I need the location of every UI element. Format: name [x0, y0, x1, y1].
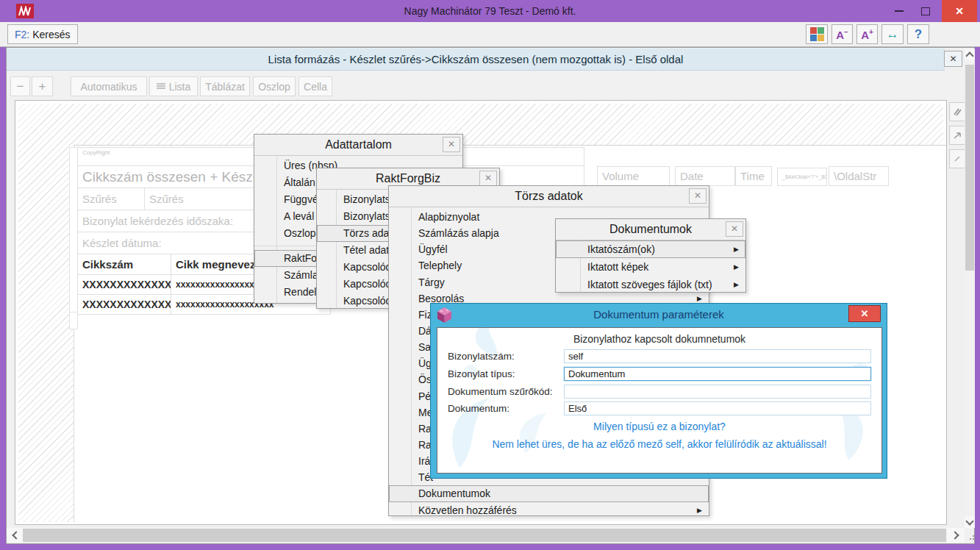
dokumentum-szurokod-input[interactable]	[564, 385, 871, 399]
plus-icon: +	[39, 79, 46, 94]
menu-adattartalom-close-icon[interactable]: ✕	[443, 137, 460, 152]
diagonal-arrow-icon	[952, 130, 962, 140]
search-hotkey: F2:	[15, 29, 29, 40]
submenu-arrow-icon: ▶	[697, 502, 702, 518]
page-row2-code[interactable]: XXXXXXXXXXXXXX	[77, 294, 171, 315]
diagonal-line-button[interactable]	[949, 149, 965, 168]
zoom-in-button[interactable]: +	[32, 76, 53, 96]
automatic-button[interactable]: Automatikus	[71, 76, 147, 96]
menu-raktforgbiz-close-icon[interactable]: ✕	[479, 171, 497, 186]
editor-title: Lista formázás - Készlet szűrés->Cikkszá…	[7, 49, 945, 71]
menu-torzs-close-icon[interactable]: ✕	[689, 188, 707, 204]
font-smaller-button[interactable]: A−	[831, 24, 853, 44]
chevron-left-icon	[12, 531, 20, 539]
chevron-up-icon	[965, 51, 973, 60]
font-larger-icon: A+	[861, 28, 873, 41]
bizonylat-tipus-input[interactable]	[564, 367, 871, 381]
page-expr-cell[interactable]: _$AktOldal+"/"+_$ÖsszOldal	[777, 168, 827, 186]
editor-close-icon: ✕	[949, 54, 956, 64]
help-icon: ?	[915, 27, 922, 42]
scroll-right-arrow[interactable]	[947, 528, 965, 543]
editor-close-button[interactable]: ✕	[944, 51, 962, 67]
dialog-note: Nem lehet üres, de ha az előző mező self…	[437, 438, 881, 450]
minimize-icon	[895, 10, 904, 12]
menu-item-selected[interactable]: Iktatószám(ok)▶	[556, 240, 745, 258]
search-button[interactable]: F2: Keresés	[7, 24, 78, 44]
page-time-cell[interactable]: Time	[735, 166, 772, 186]
menu-item[interactable]: Közvetlen hozzáférés▶	[389, 502, 709, 518]
horizontal-scroll-thumb[interactable]	[23, 529, 946, 542]
vertical-scroll-thumb[interactable]	[965, 65, 974, 271]
page-row1-code[interactable]: XXXXXXXXXXXXXX	[77, 274, 171, 295]
page-date-cell[interactable]: Date	[675, 166, 735, 186]
column-button[interactable]: Oszlop	[253, 76, 296, 96]
dialog-close-button[interactable]: ✕	[848, 305, 881, 322]
page-volume-cell[interactable]: Volume	[597, 166, 670, 186]
document-type-link[interactable]: Milyen típusú ez a bizonylat?	[437, 421, 881, 432]
help-button[interactable]: ?	[907, 24, 929, 44]
scroll-up-arrow[interactable]	[965, 49, 975, 60]
menu-item-selected[interactable]: Dokumentumok	[389, 485, 709, 501]
window-border-bottom	[0, 544, 980, 550]
menu-adattartalom-title: Adattartalom ✕	[254, 135, 462, 156]
app-title: Nagy Machinátor 79 Teszt - Demó kft.	[0, 0, 980, 22]
menu-dokumentumok: Dokumentumok ✕ Iktatószám(ok)▶ Iktatott …	[555, 218, 746, 293]
dokumentum-input[interactable]	[564, 401, 871, 415]
dialog-title: Dokumentum paraméterek	[431, 304, 887, 326]
resize-button[interactable]: ↔	[881, 24, 904, 44]
dialog-panel: Bizonylathoz kapcsolt dokumnetumok Bizon…	[437, 327, 882, 474]
dialog-close-icon: ✕	[861, 308, 869, 319]
minimize-button[interactable]	[886, 0, 912, 22]
close-button[interactable]: ✕	[942, 0, 977, 22]
search-label: Keresés	[32, 29, 70, 40]
diagonal-arrow-button[interactable]	[949, 126, 965, 145]
minus-icon: −	[17, 79, 24, 94]
scroll-left-arrow[interactable]	[7, 528, 23, 543]
field-label-dokumentum: Dokumentum:	[448, 401, 509, 415]
horizontal-arrows-icon: ↔	[887, 27, 899, 42]
single-diagonal-icon	[952, 154, 962, 164]
bizonylatszam-input[interactable]	[564, 349, 871, 363]
font-smaller-icon: A−	[836, 28, 848, 41]
chevron-right-icon	[951, 531, 959, 539]
menu-dokumentumok-title: Dokumentumok ✕	[556, 219, 745, 240]
page-filter-cell-1[interactable]: Szűrés	[77, 188, 145, 210]
submenu-arrow-icon: ▶	[734, 276, 739, 293]
double-diagonal-icon	[952, 107, 962, 117]
maximize-button[interactable]	[912, 0, 939, 22]
pink-cube-icon	[436, 307, 453, 324]
menu-dokumentumok-close-icon[interactable]: ✕	[726, 221, 743, 237]
scroll-down-arrow[interactable]	[965, 516, 975, 528]
color-squares-button[interactable]	[806, 24, 828, 44]
chevron-down-icon	[965, 517, 973, 525]
resize-grip[interactable]	[965, 529, 976, 541]
menu-item[interactable]: Iktatott szöveges fájlok (txt)▶	[556, 276, 745, 293]
zoom-out-button[interactable]: −	[10, 76, 30, 96]
main-toolbar: F2: Keresés A− A+ ↔ ?	[0, 22, 980, 47]
page-colheader-code[interactable]: Cikkszám	[77, 254, 171, 275]
submenu-arrow-icon: ▶	[734, 258, 739, 276]
menu-torzs-title: Törzs adatok ✕	[389, 186, 709, 207]
submenu-arrow-icon: ▶	[734, 240, 739, 258]
dialog-dokumentum-parameterek: Dokumentum paraméterek ✕ Bizonylathoz ka…	[430, 303, 887, 479]
window-border-right	[975, 47, 980, 550]
font-larger-button[interactable]: A+	[856, 24, 878, 44]
field-label-szurokod: Dokumentum szűrőkód:	[448, 385, 553, 399]
field-label-bizonylat-tipus: Bizonylat típus:	[448, 367, 515, 381]
dialog-header: Bizonylathoz kapcsolt dokumnetumok	[437, 333, 881, 345]
window-border-left	[0, 47, 6, 550]
maximize-icon	[921, 7, 930, 15]
list-icon	[157, 82, 165, 90]
list-button[interactable]: Lista	[149, 76, 198, 96]
application-window: Nagy Machinátor 79 Teszt - Demó kft. ✕ F…	[0, 0, 980, 550]
diagonal-lines-button[interactable]	[949, 102, 965, 121]
page-oldalstr-cell[interactable]: \OldalStr	[829, 166, 889, 186]
field-label-bizonylatszam: Bizonylatszám:	[448, 349, 515, 363]
table-button[interactable]: Táblázat	[200, 76, 250, 96]
close-icon: ✕	[955, 5, 964, 17]
app-titlebar: Nagy Machinátor 79 Teszt - Demó kft. ✕	[0, 0, 980, 22]
cell-button[interactable]: Cella	[298, 76, 332, 96]
color-squares-icon	[810, 27, 824, 41]
menu-item[interactable]: Iktatott képek▶	[556, 258, 745, 276]
